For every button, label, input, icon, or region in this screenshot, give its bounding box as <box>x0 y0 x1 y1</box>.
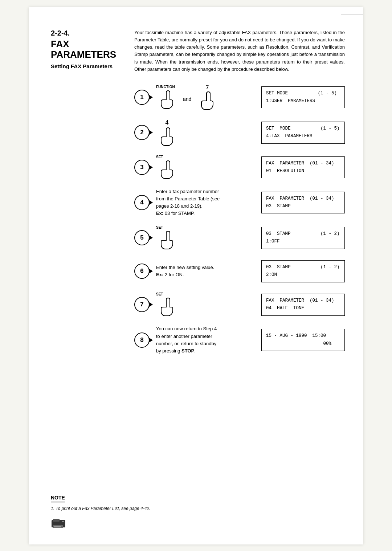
badge-arrow <box>149 95 153 100</box>
badge-arrow <box>149 302 153 307</box>
screen-line-2: 04 HALF TONE <box>266 305 340 312</box>
screen-line-2: 1:USER PARAMETERS <box>266 97 340 105</box>
screen-line-2: 4:FAX PARAMETERS <box>266 132 340 140</box>
key-label: SET <box>156 225 163 229</box>
step-badge: 8 <box>134 332 150 348</box>
desc-line-1: from the Parameter Table (see <box>156 195 261 203</box>
left-column: 2-2-4. FAX PARAMETERS Setting FAX Parame… <box>51 29 123 69</box>
function-key-area: FUNCTION <box>156 85 178 110</box>
hand-pointing-icon <box>196 91 218 111</box>
screen-line-2: 1:OFF <box>266 238 340 245</box>
badge-arrow <box>149 200 153 205</box>
desc-line-0: Enter the new setting value. <box>156 264 261 271</box>
desc-line-0: Enter a fax parameter number <box>156 188 261 195</box>
badge-arrow <box>149 269 153 274</box>
step-middle: Enter the new setting value.Ex: 2 for ON… <box>156 264 261 278</box>
note-section: NOTE 1. To print out a Fax Parameter Lis… <box>51 494 345 530</box>
key2-number: 7 <box>206 84 209 90</box>
desc-line-2: number, or, return to standby <box>156 340 261 347</box>
ruler-decoration <box>341 7 363 15</box>
printer-icon <box>51 517 69 530</box>
key-area: SET <box>156 225 178 250</box>
step-row-8: 8You can now return to Step 4to enter an… <box>134 325 345 355</box>
key-area: SET <box>156 292 178 317</box>
step-description: You can now return to Step 4to enter ano… <box>156 325 261 355</box>
step-middle: FUNCTIONand7 <box>156 84 261 111</box>
step-description: Enter a fax parameter numberfrom the Par… <box>156 188 261 217</box>
screen-line-1: FAX PARAMETER (01 - 34) <box>266 195 340 203</box>
screen-line-1: 03 STAMP (1 - 2) <box>266 230 340 238</box>
badge-arrow <box>149 130 153 135</box>
screen-display: FAX PARAMETER (01 - 34)01 RESOLUTION <box>261 156 345 179</box>
step-row-3: 3SETFAX PARAMETER (01 - 34)01 RESOLUTION <box>134 155 345 180</box>
screen-display: FAX PARAMETER (01 - 34)04 HALF TONE <box>261 294 345 316</box>
desc-line-3: Ex: 03 for STAMP. <box>156 210 261 217</box>
hand-pointing-icon <box>156 297 178 317</box>
key-area: 4 <box>156 119 178 147</box>
step-badge: 3 <box>134 160 150 175</box>
screen-display: SET MODE (1 - 5)4:FAX PARAMETERS <box>261 122 345 144</box>
page: 2-2-4. FAX PARAMETERS Setting FAX Parame… <box>29 7 363 544</box>
badge-arrow <box>149 338 153 343</box>
number7-key-area: 7 <box>196 84 218 111</box>
key-area: SET <box>156 155 178 180</box>
badge-arrow <box>149 235 153 240</box>
ex-value: 2 for ON. <box>163 272 184 277</box>
stop-label: STOP <box>181 348 194 354</box>
step-row-7: 7SETFAX PARAMETER (01 - 34)04 HALF TONE <box>134 292 345 317</box>
fax-machine-icon <box>51 517 345 530</box>
svg-rect-4 <box>62 521 64 522</box>
step-badge: 6 <box>134 264 150 279</box>
and-text: and <box>183 93 191 102</box>
note-item-1: 1. To print out a Fax Parameter List, se… <box>51 505 345 512</box>
screen-line-2: 2:ON <box>266 271 340 279</box>
note-title: NOTE <box>51 495 65 502</box>
step-row-4: 4Enter a fax parameter numberfrom the Pa… <box>134 188 345 217</box>
screen-display: FAX PARAMETER (01 - 34)03 STAMP <box>261 192 345 214</box>
function-key-label: FUNCTION <box>156 85 175 89</box>
key-label: SET <box>156 292 163 296</box>
step-middle: SET <box>156 155 261 180</box>
step-badge: 5 <box>134 230 150 245</box>
step-row-5: 5SET03 STAMP (1 - 2)1:OFF <box>134 225 345 250</box>
ex-value: 03 for STAMP. <box>163 211 195 216</box>
step-middle: Enter a fax parameter numberfrom the Par… <box>156 188 261 217</box>
ex-label: Ex: <box>156 211 163 216</box>
section-subtitle: Setting FAX Parameters <box>51 63 123 69</box>
section-number: 2-2-4. <box>51 29 123 37</box>
step-middle: SET <box>156 292 261 317</box>
key-label: SET <box>156 155 163 159</box>
section-title: FAX PARAMETERS <box>51 39 123 60</box>
hand-pointing-icon <box>156 160 178 180</box>
step-middle: You can now return to Step 4to enter ano… <box>156 325 261 355</box>
screen-display: SET MODE (1 - 5)1:USER PARAMETERS <box>261 86 345 109</box>
screen-line-1: 03 STAMP (1 - 2) <box>266 264 340 271</box>
hand-pointing-icon <box>156 127 178 147</box>
step-row-6: 6Enter the new setting value.Ex: 2 for O… <box>134 258 345 284</box>
step-middle: 4 <box>156 119 261 147</box>
screen-line-1: 15 - AUG - 1990 15:00 <box>266 332 340 340</box>
screen-line-1: SET MODE (1 - 5) <box>266 90 340 97</box>
hand-pointing-icon <box>156 230 178 250</box>
key-number: 4 <box>166 119 169 126</box>
screen-line-1: FAX PARAMETER (01 - 34) <box>266 297 340 305</box>
ex-label: Ex: <box>156 272 163 277</box>
step-row-2: 24SET MODE (1 - 5)4:FAX PARAMETERS <box>134 119 345 147</box>
step-middle: SET <box>156 225 261 250</box>
step-badge: 2 <box>134 125 150 140</box>
steps-area: 1FUNCTIONand7SET MODE (1 - 5)1:USER PARA… <box>134 84 345 355</box>
screen-line-2: 01 RESOLUTION <box>266 167 340 175</box>
screen-line-2: 00% <box>266 340 340 348</box>
intro-paragraph: Your facsimile machine has a variety of … <box>134 29 345 73</box>
screen-line-1: SET MODE (1 - 5) <box>266 125 340 132</box>
step-badge: 1 <box>134 90 150 105</box>
step-row-1: 1FUNCTIONand7SET MODE (1 - 5)1:USER PARA… <box>134 84 345 111</box>
step-badge: 4 <box>134 195 150 210</box>
svg-rect-1 <box>53 519 60 522</box>
step-badge: 7 <box>134 297 150 312</box>
badge-arrow <box>149 165 153 170</box>
main-content: Your facsimile machine has a variety of … <box>134 29 345 355</box>
desc-line-0: You can now return to Step 4 <box>156 325 261 332</box>
step-description: Enter the new setting value.Ex: 2 for ON… <box>156 264 261 278</box>
screen-display: 15 - AUG - 1990 15:00 00% <box>261 329 345 351</box>
